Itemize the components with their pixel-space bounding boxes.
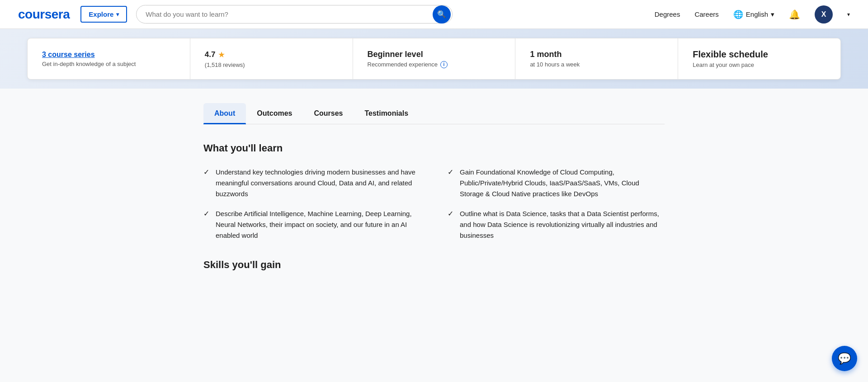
language-label: English (746, 10, 768, 18)
header-nav: Degrees Careers 🌐 English ▾ 🔔 X ▾ (655, 5, 850, 24)
what-you-learn-section: What you'll learn ✓ Understand key techn… (203, 142, 665, 241)
rating-cell: 4.7 ★ (1,518 reviews) (190, 38, 353, 79)
skills-section: Skills you'll gain (203, 259, 665, 302)
checkmark-icon: ✓ (203, 168, 209, 176)
star-icon: ★ (218, 50, 225, 60)
notification-bell-icon[interactable]: 🔔 (789, 9, 800, 20)
schedule-subtitle: Learn at your own pace (693, 61, 826, 68)
duration-subtitle: at 10 hours a week (530, 61, 663, 68)
learn-item-4: ✓ Outline what is Data Science, tasks th… (448, 208, 665, 241)
series-subtitle: Get in-depth knowledge of a subject (42, 61, 175, 67)
level-subtitle: Recommended experience (368, 61, 438, 68)
avatar-chevron-icon[interactable]: ▾ (847, 11, 850, 18)
search-icon: 🔍 (437, 10, 446, 19)
learn-text-1: Understand key technologies driving mode… (216, 167, 420, 199)
level-title: Beginner level (368, 50, 501, 59)
duration-cell: 1 month at 10 hours a week (515, 38, 678, 79)
level-subtitle-row: Recommended experience i (368, 61, 501, 68)
level-cell: Beginner level Recommended experience i (353, 38, 516, 79)
tab-testimonials[interactable]: Testimonials (354, 103, 419, 124)
search-input[interactable] (136, 5, 453, 24)
skills-section-title: Skills you'll gain (203, 259, 665, 271)
learn-text-4: Outline what is Data Science, tasks that… (460, 208, 665, 241)
explore-button[interactable]: Explore ▾ (80, 6, 127, 23)
learn-text-3: Describe Artificial Intelligence, Machin… (216, 208, 420, 241)
rating-row: 4.7 ★ (205, 50, 338, 60)
schedule-title: Flexible schedule (693, 49, 826, 60)
learn-item-2: ✓ Gain Foundational Knowledge of Cloud C… (448, 167, 665, 199)
learn-item-3: ✓ Describe Artificial Intelligence, Mach… (203, 208, 420, 241)
main-header: coursera Explore ▾ 🔍 Degrees Careers 🌐 E… (0, 0, 868, 29)
schedule-cell: Flexible schedule Learn at your own pace (678, 38, 840, 79)
nav-careers[interactable]: Careers (694, 10, 718, 18)
tab-courses[interactable]: Courses (303, 103, 354, 124)
course-info-bar: 3 course series Get in-depth knowledge o… (27, 38, 841, 80)
checkmark-icon: ✓ (203, 209, 209, 218)
learn-text-2: Gain Foundational Knowledge of Cloud Com… (460, 167, 665, 199)
user-initial: X (821, 10, 826, 19)
logo-text: coursera (18, 7, 70, 22)
checkmark-icon: ✓ (448, 168, 453, 176)
series-cell: 3 course series Get in-depth knowledge o… (28, 38, 190, 79)
main-content: About Outcomes Courses Testimonials What… (185, 103, 683, 302)
tab-outcomes[interactable]: Outcomes (246, 103, 303, 124)
search-container: 🔍 (136, 5, 453, 24)
nav-degrees[interactable]: Degrees (655, 10, 680, 18)
learn-grid: ✓ Understand key technologies driving mo… (203, 167, 665, 241)
chevron-down-icon: ▾ (771, 10, 774, 19)
explore-label: Explore (89, 10, 113, 18)
language-selector[interactable]: 🌐 English ▾ (733, 9, 774, 19)
tab-about[interactable]: About (203, 103, 246, 124)
checkmark-icon: ✓ (448, 209, 453, 218)
search-button[interactable]: 🔍 (433, 5, 451, 24)
logo[interactable]: coursera (18, 7, 70, 22)
rating-count: (1,518 reviews) (205, 61, 338, 68)
learn-item-1: ✓ Understand key technologies driving mo… (203, 167, 420, 199)
duration-title: 1 month (530, 50, 663, 59)
tabs-container: About Outcomes Courses Testimonials (203, 103, 665, 124)
info-icon[interactable]: i (440, 61, 448, 68)
chevron-down-icon: ▾ (116, 11, 119, 18)
series-title[interactable]: 3 course series (42, 51, 175, 59)
globe-icon: 🌐 (733, 9, 743, 19)
user-avatar[interactable]: X (815, 5, 833, 24)
learn-section-title: What you'll learn (203, 142, 665, 154)
banner-area: 3 course series Get in-depth knowledge o… (0, 29, 868, 89)
rating-number: 4.7 (205, 50, 216, 59)
